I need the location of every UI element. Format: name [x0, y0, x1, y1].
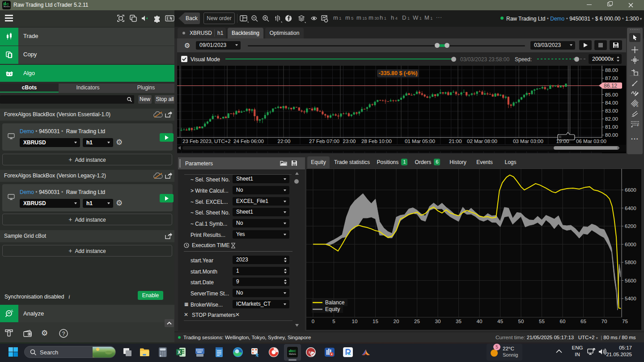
svg-text:6400: 6400 — [625, 206, 636, 211]
svg-text:?: ? — [62, 331, 65, 337]
svg-text:55: 55 — [539, 319, 545, 324]
svg-text:85.00: 85.00 — [605, 92, 618, 97]
svg-text:86.12: 86.12 — [604, 83, 617, 89]
svg-text:24 Feb 06:00: 24 Feb 06:00 — [233, 139, 264, 144]
svg-text:30: 30 — [435, 319, 441, 324]
svg-text:35: 35 — [456, 319, 462, 324]
svg-text:50: 50 — [518, 319, 524, 324]
svg-text:01 Mar 05:00: 01 Mar 05:00 — [405, 139, 435, 144]
svg-text:87.00: 87.00 — [605, 76, 618, 81]
svg-text:03 Mar 03:00: 03 Mar 03:00 — [513, 139, 543, 144]
svg-text:22:00: 22:00 — [278, 139, 291, 144]
svg-text:10: 10 — [352, 319, 358, 324]
svg-text:88.00: 88.00 — [605, 67, 618, 73]
svg-text:02 Mar 08:00: 02 Mar 08:00 — [467, 139, 497, 144]
svg-text:82.00: 82.00 — [605, 116, 618, 122]
svg-text:20: 20 — [394, 319, 399, 324]
svg-text:70: 70 — [602, 319, 607, 324]
svg-text:80.00: 80.00 — [605, 132, 618, 138]
svg-text:21:00: 21:00 — [449, 139, 462, 144]
svg-text:27 Feb 07:00: 27 Feb 07:00 — [309, 139, 339, 144]
svg-text:23 Feb 2023, UTC+2: 23 Feb 2023, UTC+2 — [182, 139, 231, 144]
svg-text:40: 40 — [477, 319, 483, 324]
svg-text:-335.80 $ (-6%): -335.80 $ (-6%) — [379, 70, 418, 76]
svg-text:83.00: 83.00 — [605, 108, 618, 114]
svg-text:6000: 6000 — [625, 242, 636, 247]
svg-text:75: 75 — [622, 319, 628, 324]
svg-text:60: 60 — [560, 319, 566, 324]
svg-text:X: X — [178, 350, 181, 355]
svg-text:28 Feb 10:00: 28 Feb 10:00 — [361, 139, 392, 144]
svg-text:5: 5 — [332, 319, 335, 324]
svg-text:Markets: Markets — [289, 353, 297, 355]
svg-text:F: F — [637, 124, 639, 127]
svg-text:IC: IC — [293, 349, 296, 353]
svg-text:23:00: 23:00 — [343, 139, 356, 144]
svg-text:Balance: Balance — [325, 299, 345, 306]
svg-text:06 Mar 03:00: 06 Mar 03:00 — [576, 139, 606, 144]
svg-text:Equity: Equity — [325, 306, 340, 312]
svg-text:E: E — [636, 104, 639, 107]
svg-text:6200: 6200 — [625, 223, 636, 229]
svg-text:65: 65 — [580, 319, 586, 324]
svg-text:5400: 5400 — [625, 296, 636, 301]
svg-text:15: 15 — [373, 319, 378, 324]
svg-text:5800: 5800 — [625, 260, 636, 265]
svg-text:0: 0 — [312, 319, 314, 324]
svg-text:19:00: 19:00 — [556, 139, 569, 144]
svg-text:84.00: 84.00 — [605, 100, 618, 105]
svg-text:81.00: 81.00 — [605, 124, 618, 130]
svg-text:25: 25 — [414, 319, 420, 324]
svg-text:45: 45 — [497, 319, 503, 324]
svg-text:5600: 5600 — [625, 278, 636, 283]
svg-text:6600: 6600 — [625, 187, 636, 193]
